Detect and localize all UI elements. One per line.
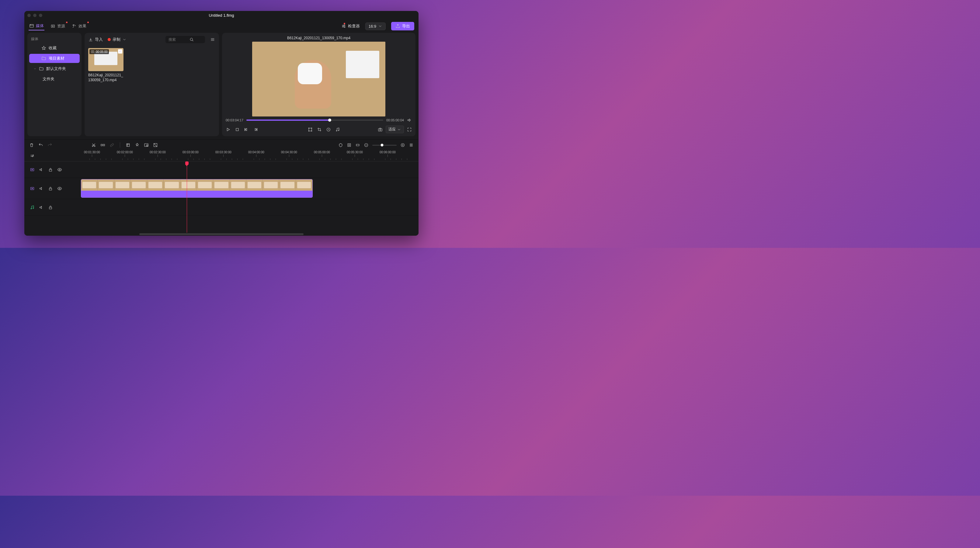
effects-icon [72,24,76,29]
clip-selected-checkbox[interactable] [118,49,122,54]
list-view-icon[interactable] [210,37,215,42]
svg-rect-46 [49,188,52,190]
preview-filename: B612Kaji_20201121_130059_170.mp4 [226,36,412,40]
split-button[interactable] [100,143,105,148]
svg-marker-6 [42,46,46,49]
search-icon[interactable] [189,37,194,42]
marker-button[interactable] [338,143,343,148]
maximize-window-button[interactable] [39,14,42,17]
link-button[interactable] [110,143,115,148]
export-button[interactable]: 导出 [391,22,414,30]
next-frame-button[interactable] [253,127,258,132]
fullscreen-icon[interactable] [407,127,412,132]
sidebar-item-folder[interactable]: 文件夹 [29,75,80,84]
visibility-icon[interactable] [57,167,62,172]
search-input[interactable] [169,37,187,42]
media-clip-thumbnail[interactable]: 00:05:00 B612Kaji_20201121_130059_170.mp… [88,48,124,83]
timeline-ruler[interactable]: 00:01:30:0000:02:00:0000:02:30:0000:03:0… [24,151,418,162]
minimize-window-button[interactable] [33,14,37,17]
svg-marker-9 [227,128,230,131]
pip-button[interactable] [144,143,149,148]
inspector-button[interactable]: 检查器 [341,24,360,29]
total-time: 00:05:00:04 [386,118,404,122]
redo-button[interactable] [48,143,52,148]
transform-icon[interactable] [308,127,313,132]
video-track-2 [24,178,418,199]
svg-point-43 [59,169,60,170]
preview-frame [252,42,385,116]
snapshot-icon[interactable] [378,127,383,132]
tab-resources-label: 资源 [57,24,65,29]
ratio-label: 16:9 [369,24,376,29]
svg-rect-27 [101,144,102,146]
media-icon [29,24,34,28]
tab-effects[interactable]: 效果 [71,22,87,30]
svg-rect-33 [348,143,350,146]
svg-marker-13 [255,128,257,131]
svg-point-7 [190,38,192,40]
lock-icon[interactable] [48,205,53,210]
prev-frame-button[interactable] [244,127,249,132]
chevron-down-icon [122,37,127,42]
export-label: 导出 [402,24,410,29]
tab-media[interactable]: 媒体 [29,22,45,30]
zoom-slider[interactable] [372,145,397,146]
zoom-out-button[interactable] [364,143,369,148]
track-options-button[interactable] [409,143,414,148]
svg-rect-23 [379,128,382,131]
import-label: 导入 [95,37,103,42]
sidebar-item-default-folder[interactable]: 默认文件夹 [29,64,80,73]
timeline-clip[interactable] [81,179,313,198]
ruler-mark: 00:01:30:00 [84,151,100,157]
effects-tool-button[interactable] [135,143,140,148]
play-button[interactable] [226,127,231,132]
tab-resources[interactable]: 资源 [50,22,66,30]
sidebar-label: 收藏 [49,45,57,51]
crop-tool-button[interactable] [126,143,130,148]
import-button[interactable]: 导入 [88,37,103,42]
video-track-icon [30,186,35,191]
audio-icon[interactable] [335,127,340,132]
zoom-fit-button[interactable] [347,143,352,148]
timeline-scrollbar[interactable] [24,233,418,236]
title-bar: Untitled 1.flmg [24,11,418,19]
visibility-icon[interactable] [57,186,62,191]
notification-dot [66,22,67,23]
stop-button[interactable] [235,127,240,132]
scrub-bar[interactable] [247,119,383,121]
speed-icon[interactable] [326,127,331,132]
media-browser: 导入 录制 00:05:00 [84,33,219,136]
track-settings-icon[interactable] [30,154,35,159]
lock-icon[interactable] [48,186,53,191]
crop-icon[interactable] [317,127,322,132]
preview-viewport[interactable] [226,41,412,116]
record-button[interactable]: 录制 [108,37,127,42]
clip-duration-badge: 00:05:00 [89,49,109,54]
close-window-button[interactable] [27,14,31,17]
playhead[interactable] [187,162,187,233]
zoom-selection-button[interactable] [355,143,360,148]
chevron-down-icon [378,24,382,28]
delete-button[interactable] [29,143,34,148]
zoom-in-button[interactable] [400,143,405,148]
resources-icon [51,24,56,29]
undo-button[interactable] [38,143,43,148]
svg-marker-11 [245,128,247,131]
current-time: 00:03:04:17 [226,118,243,122]
sidebar-item-favorites[interactable]: 收藏 [29,43,80,52]
aspect-ratio-select[interactable]: 16:9 [365,22,386,30]
lock-icon[interactable] [48,167,53,172]
video-track-icon [30,167,35,172]
svg-point-26 [94,146,95,146]
mute-icon[interactable] [39,205,44,210]
mute-icon[interactable] [39,167,44,172]
svg-point-22 [338,130,339,131]
sidebar-item-project-media[interactable]: 项目素材 [29,54,80,63]
cut-button[interactable] [91,143,96,148]
mask-button[interactable] [153,143,158,148]
star-icon [41,46,46,51]
mute-icon[interactable] [39,186,44,191]
ruler-mark: 00:03:30:00 [215,151,231,157]
fit-select[interactable]: 适应 [386,125,404,133]
volume-icon[interactable] [407,118,412,122]
